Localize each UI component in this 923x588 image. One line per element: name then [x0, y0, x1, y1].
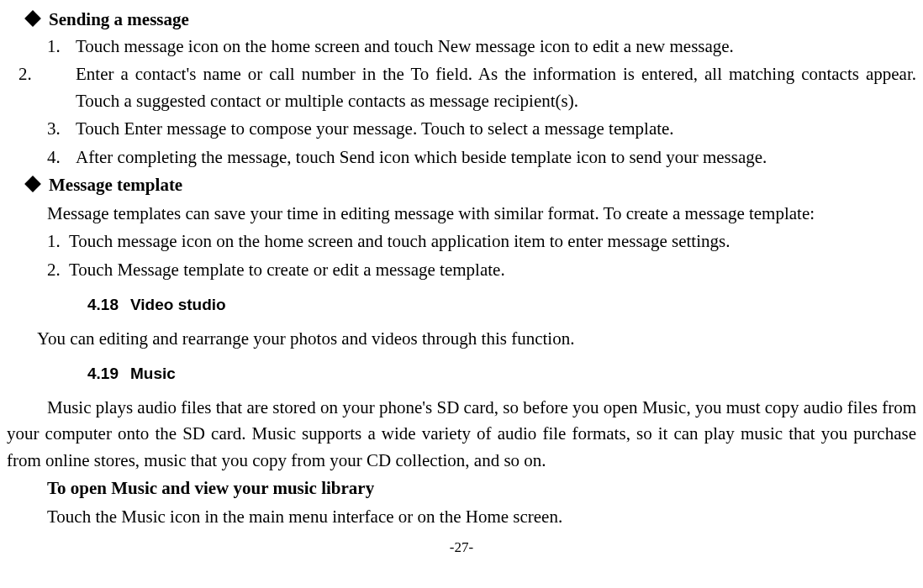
section-title: Video studio: [130, 296, 226, 313]
item-number: 1.: [47, 34, 76, 60]
list-item: 4.After completing the message, touch Se…: [47, 144, 916, 171]
page-number: -27-: [7, 537, 916, 559]
item-text: After completing the message, touch Send…: [76, 147, 767, 167]
template-intro: Message templates can save your time in …: [7, 201, 916, 228]
section-sending-header: Sending a message: [27, 7, 916, 34]
music-sub-title: To open Music and view your music librar…: [7, 475, 916, 502]
section-music-header: 4.19Music: [87, 362, 916, 386]
item-number: 2.: [47, 61, 76, 88]
music-body: Music plays audio files that are stored …: [7, 395, 916, 475]
item-text: Touch Enter message to compose your mess…: [76, 118, 674, 139]
section-template-title: Message template: [49, 175, 182, 195]
section-number: 4.18: [87, 293, 119, 318]
list-item: 2.Enter a contact's name or call number …: [47, 61, 916, 114]
section-title: Music: [130, 365, 176, 382]
template-list: 1.Touch message icon on the home screen …: [47, 228, 916, 283]
list-item: 2.Touch Message template to create or ed…: [47, 257, 916, 284]
item-number: 1.: [47, 228, 69, 255]
item-number: 4.: [47, 144, 76, 171]
diamond-bullet-icon: [24, 10, 41, 27]
item-text: Touch Message template to create or edit…: [69, 260, 505, 280]
section-number: 4.19: [87, 362, 119, 386]
item-text: Touch message icon on the home screen an…: [76, 36, 734, 56]
diamond-bullet-icon: [24, 176, 41, 192]
item-number: 3.: [47, 116, 76, 143]
section-sending-title: Sending a message: [49, 9, 189, 29]
list-item: 1.Touch message icon on the home screen …: [47, 34, 916, 60]
item-number: 2.: [47, 257, 69, 284]
music-sub-body: Touch the Music icon in the main menu in…: [7, 504, 916, 531]
video-body: You can editing and rearrange your photo…: [7, 326, 916, 353]
section-video-header: 4.18Video studio: [87, 293, 916, 318]
sending-list: 1.Touch message icon on the home screen …: [47, 34, 916, 171]
section-template-header: Message template: [27, 172, 916, 199]
list-item: 1.Touch message icon on the home screen …: [47, 228, 916, 255]
item-text: Enter a contact's name or call number in…: [76, 64, 916, 111]
list-item: 3.Touch Enter message to compose your me…: [47, 116, 916, 143]
item-text: Touch message icon on the home screen an…: [69, 231, 730, 251]
